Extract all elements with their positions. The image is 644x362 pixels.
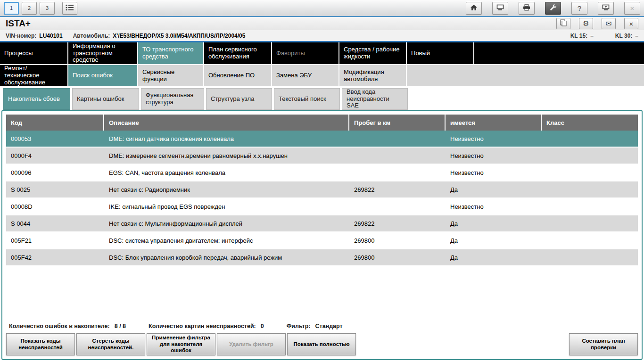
fault-table-cell: [542, 232, 638, 248]
fault-table-cell: Неизвестно: [446, 131, 542, 147]
main-menu-tab-filler: [474, 42, 644, 64]
fault-table-cell: S 0025: [6, 181, 104, 197]
function-tab[interactable]: Ввод кода неисправности SAE: [342, 88, 408, 110]
main-menu-tab[interactable]: ТО транспортного средства: [138, 42, 204, 64]
main-menu-tab[interactable]: Фавориты: [272, 42, 339, 64]
main-menu-tab[interactable]: Новый: [407, 42, 474, 64]
home-button[interactable]: [466, 2, 482, 15]
sub-menu-tab-label: Поиск ошибок: [73, 72, 113, 79]
sub-menu-tab[interactable]: Ремонт/ техническое обслуживание: [0, 65, 68, 86]
footer-button[interactable]: Применение фильтра для накопителя ошибок: [147, 333, 215, 355]
status-bar: Количество ошибок в накопителе: 8 / 8 Ко…: [6, 321, 638, 333]
sub-menu-tab[interactable]: Поиск ошибок: [68, 65, 138, 86]
fault-table-cell: Нет связи с: Радиоприемник: [104, 181, 349, 197]
fault-table-row[interactable]: 005F42DSC: Блок управления коробкой пере…: [6, 249, 638, 266]
kl15-label: KL 15:: [570, 33, 587, 39]
fault-table-row[interactable]: 000053DME: сигнал датчика положения коле…: [6, 131, 638, 148]
gear-icon: ⚙: [583, 19, 589, 28]
fault-table-cell: DME: сигнал датчика положения коленвала: [104, 131, 349, 147]
filter-value: Стандарт: [315, 323, 343, 329]
fault-table-cell: 000096: [6, 165, 104, 181]
function-tab[interactable]: Функциональная структура: [141, 88, 204, 110]
column-header: Код: [6, 115, 104, 131]
footer-button[interactable]: Стереть коды неисправностей.: [76, 333, 145, 355]
fault-table-cell: 269800: [349, 249, 446, 265]
workshop-monitor-icon: [496, 4, 504, 12]
fault-table-cell: 005F42: [6, 249, 104, 265]
fault-table-cell: 269822: [349, 181, 446, 197]
fault-table-row[interactable]: S 0044Нет связи с: Мультиинформационный …: [6, 215, 638, 232]
main-menu-tab[interactable]: Информация о транспортном средстве: [68, 42, 138, 64]
main-menu-tab[interactable]: План сервисного обслуживания: [204, 42, 272, 64]
vehicle-info-bar: VIN-номер: LU40101 Автомобиль: X'/E53/ВН…: [0, 30, 644, 42]
fault-table-row[interactable]: 005F21DSC: система управления двигателем…: [6, 232, 638, 249]
session-tab-3[interactable]: 3: [40, 2, 55, 15]
close-icon: ×: [630, 5, 635, 12]
session-list-button[interactable]: [62, 2, 77, 15]
function-tab[interactable]: Картины ошибок: [72, 88, 139, 110]
session-tab-2[interactable]: 2: [22, 2, 37, 15]
home-icon: [470, 4, 478, 12]
workshop-system-button[interactable]: [492, 2, 508, 15]
vin-value: LU40101: [39, 33, 62, 39]
fault-table-cell: Да: [446, 215, 542, 231]
main-menu-tab-label: План сервисного обслуживания: [208, 46, 267, 60]
vehicle-value: X'/E53/ВНЕДОР/X5 3.0i/M54/АКПП/US/ЛР/200…: [113, 33, 245, 39]
fault-table-row[interactable]: 000096EGS: CAN, частота вращения коленва…: [6, 165, 638, 181]
sub-menu-tab[interactable]: Замена ЭБУ: [272, 65, 339, 86]
fault-table-row[interactable]: S 0025Нет связи с: Радиоприемник269822Да: [6, 181, 638, 198]
function-tab[interactable]: Текстовый поиск: [274, 88, 340, 110]
help-button[interactable]: ?: [571, 2, 587, 15]
column-header: имеется: [446, 115, 542, 131]
function-tab-label: Накопитель сбоев: [8, 96, 60, 103]
footer-button[interactable]: Показать коды неисправностей: [6, 333, 75, 355]
function-tab[interactable]: Накопитель сбоев: [3, 88, 70, 110]
main-menu-tab[interactable]: Процессы: [0, 42, 68, 64]
close-app-button[interactable]: ×: [624, 2, 640, 15]
tools-button[interactable]: [545, 2, 561, 15]
fault-table-cell: [542, 215, 638, 231]
fault-table-cell: [542, 131, 638, 147]
fault-table-cell: DSC: Блок управления коробкой передач, а…: [104, 249, 349, 265]
filter-label: Фильтр:: [287, 323, 311, 329]
messages-button[interactable]: ✉: [602, 18, 616, 29]
fault-table-cell: EGS: CAN, частота вращения коленвала: [104, 165, 349, 181]
app-title: ISTA+: [6, 18, 31, 29]
close-icon: ×: [629, 20, 634, 28]
fault-table-cell: 00008D: [6, 198, 104, 214]
vin-label: VIN-номер:: [6, 33, 36, 39]
printer-icon: [523, 4, 530, 12]
fault-table-cell: [542, 148, 638, 164]
fault-table-cell: Неизвестно: [446, 165, 542, 181]
fault-table-row[interactable]: 00008DIKE: сигнальный провод EGS поврежд…: [6, 198, 638, 215]
sub-menu-tab-label: Модификация автомобиля: [344, 69, 402, 83]
fault-table-cell: DSC: система управления двигателем: инте…: [104, 232, 349, 248]
footer-button[interactable]: Удалить фильтр: [217, 333, 286, 355]
session-tab-1[interactable]: 1: [4, 2, 19, 15]
main-menu-tab[interactable]: Средства / рабочие жидкости: [339, 42, 407, 64]
kl30-label: KL 30:: [615, 33, 632, 39]
fault-table-cell: 0000F4: [6, 148, 104, 164]
mail-icon: ✉: [606, 19, 612, 28]
fault-table-cell: 000053: [6, 131, 104, 147]
sub-menu-tab-label: Ремонт/ техническое обслуживание: [4, 65, 63, 86]
fault-table-body: 000053DME: сигнал датчика положения коле…: [6, 131, 638, 266]
sub-menu-tab[interactable]: Обновление ПО: [204, 65, 272, 86]
create-test-plan-button[interactable]: Составить план проверки: [569, 333, 638, 355]
fault-table-cell: Да: [446, 232, 542, 248]
print-button[interactable]: [519, 2, 535, 15]
fault-table-cell: [542, 165, 638, 181]
sub-menu: Ремонт/ техническое обслуживаниеПоиск ош…: [0, 64, 644, 86]
display-switch-button[interactable]: [598, 2, 614, 15]
settings-button[interactable]: ⚙: [579, 18, 593, 29]
sub-menu-tab[interactable]: Модификация автомобиля: [339, 65, 407, 86]
function-tab[interactable]: Структура узла: [206, 88, 272, 110]
fault-table-cell: [542, 249, 638, 265]
sub-menu-tab[interactable]: Сервисные функции: [138, 65, 204, 86]
column-header: Класс: [542, 115, 638, 131]
copy-session-button[interactable]: [556, 18, 570, 29]
fault-table-row[interactable]: 0000F4DME: измерение сегментн.времени ра…: [6, 148, 638, 165]
column-header: Описание: [104, 115, 349, 131]
footer-button[interactable]: Показать полностью: [287, 333, 356, 355]
close-session-button[interactable]: ×: [624, 18, 638, 29]
